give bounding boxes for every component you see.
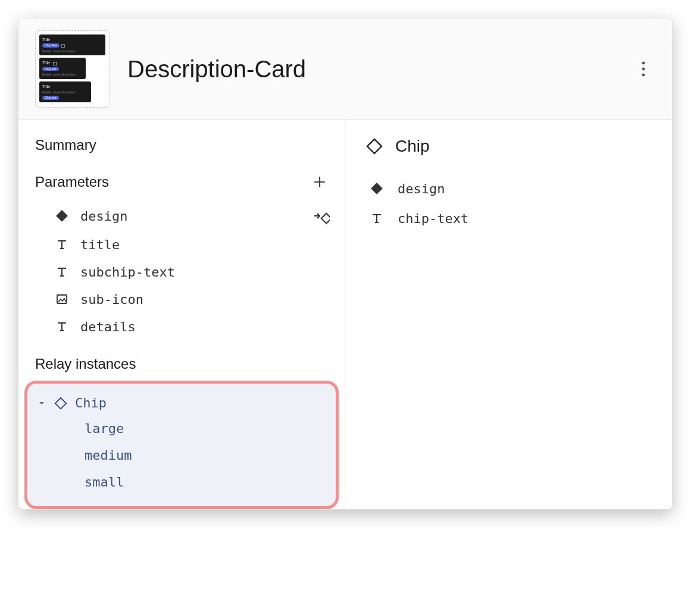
svg-rect-4 (321, 214, 330, 224)
image-icon (54, 291, 70, 307)
diamond-outline-icon (365, 137, 383, 155)
parameter-row-design[interactable]: design (18, 201, 345, 231)
relay-instance-chip[interactable]: Chip (33, 391, 330, 415)
more-menu-button[interactable] (632, 57, 655, 81)
svg-rect-7 (367, 139, 382, 153)
relay-instances-highlight: Chip large medium small (24, 381, 339, 509)
parameters-header: Parameters (18, 171, 345, 193)
add-parameter-button[interactable] (309, 171, 330, 193)
svg-rect-6 (55, 398, 66, 409)
relay-variant-medium[interactable]: medium (33, 442, 330, 469)
detail-title: Chip (395, 137, 430, 156)
svg-point-2 (642, 74, 645, 77)
variant-label: small (85, 475, 124, 489)
relay-variant-large[interactable]: large (33, 415, 330, 442)
arrow-into-diamond-icon (312, 207, 330, 225)
text-icon (54, 237, 70, 252)
parameters-heading: Parameters (35, 174, 309, 190)
component-title: Description-Card (127, 56, 632, 83)
detail-property-chip-text[interactable]: chip-text (365, 203, 655, 233)
parameter-label: title (80, 237, 330, 252)
parameter-row-sub-icon[interactable]: sub-icon (18, 285, 345, 313)
diamond-outline-icon (54, 396, 68, 410)
parameter-row-details[interactable]: details (18, 313, 345, 340)
svg-point-1 (642, 68, 645, 71)
component-panel: Title Chip Text Details: more informatio… (18, 18, 673, 510)
svg-point-0 (642, 62, 645, 65)
panel-body: Summary Parameters design (18, 120, 672, 509)
left-column: Summary Parameters design (18, 120, 345, 509)
summary-heading[interactable]: Summary (18, 137, 345, 153)
relay-instances-heading: Relay instances (18, 356, 345, 372)
detail-property-label: chip-text (398, 211, 468, 226)
parameter-row-subchip-text[interactable]: subchip-text (18, 258, 345, 285)
variant-label: large (85, 421, 124, 436)
diamond-filled-icon (54, 208, 70, 224)
parameter-label: details (80, 319, 330, 334)
diamond-filled-icon (369, 181, 385, 196)
detail-property-label: design (398, 181, 445, 196)
text-icon (369, 211, 385, 226)
relay-instance-label: Chip (75, 396, 107, 410)
relay-variant-small[interactable]: small (33, 469, 330, 495)
svg-rect-8 (371, 183, 383, 194)
caret-down-icon (37, 400, 46, 407)
plus-icon (312, 175, 327, 189)
parameter-row-title[interactable]: title (18, 231, 345, 258)
variant-label: medium (85, 448, 132, 463)
component-thumbnail: Title Chip Text Details: more informatio… (35, 30, 110, 108)
detail-header: Chip (365, 137, 655, 156)
right-column: Chip design chip-text (345, 120, 672, 509)
panel-header: Title Chip Text Details: more informatio… (18, 18, 672, 120)
detail-property-design[interactable]: design (365, 174, 655, 203)
parameter-label: subchip-text (80, 265, 330, 280)
text-icon (54, 264, 70, 280)
parameter-label: sub-icon (80, 292, 330, 307)
svg-rect-3 (56, 210, 68, 222)
parameter-label: design (80, 209, 302, 224)
more-vertical-icon (642, 61, 645, 77)
text-icon (54, 319, 70, 334)
